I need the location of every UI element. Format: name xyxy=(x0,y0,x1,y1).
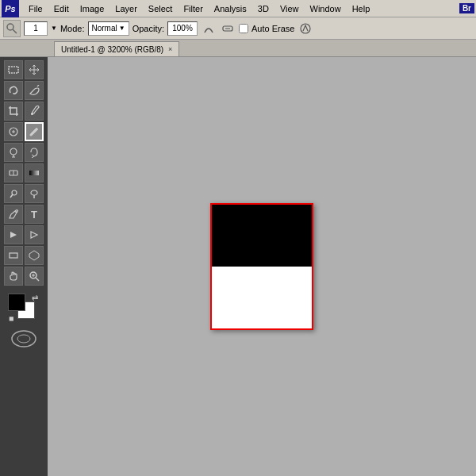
pen-tool[interactable] xyxy=(4,205,23,224)
opacity-input[interactable] xyxy=(167,21,198,36)
zoom-tool[interactable] xyxy=(25,267,44,286)
svg-line-24 xyxy=(36,278,39,281)
svg-point-27 xyxy=(12,331,36,347)
svg-line-6 xyxy=(37,85,39,86)
menu-filter[interactable]: Filter xyxy=(178,2,207,15)
menu-analysis[interactable]: Analysis xyxy=(209,2,251,15)
brush-size-input[interactable] xyxy=(24,21,48,36)
svg-line-18 xyxy=(10,194,13,198)
canvas-black-region xyxy=(212,205,312,267)
crop-tool[interactable] xyxy=(4,102,23,121)
auto-erase-checkbox[interactable] xyxy=(239,24,248,33)
brush-preset-icon xyxy=(6,23,17,34)
document-canvas xyxy=(210,203,313,330)
tool-row-7 xyxy=(4,184,44,203)
tool-row-10 xyxy=(4,246,44,265)
brush-size-dropdown[interactable]: ▼ xyxy=(51,25,57,32)
eraser-tool[interactable] xyxy=(4,163,23,182)
tool-row-6 xyxy=(4,163,44,182)
svg-rect-7 xyxy=(31,113,33,115)
path-selection-tool[interactable] xyxy=(4,225,23,244)
tablet-pressure-icon[interactable] xyxy=(298,21,313,36)
default-colors-icon[interactable]: ◼ xyxy=(9,315,14,322)
menu-bar: Ps File Edit Image Layer Select Filter A… xyxy=(0,0,476,17)
move-tool[interactable] xyxy=(25,60,44,79)
main-area: T xyxy=(0,57,476,476)
flow-icon[interactable] xyxy=(220,21,236,36)
tool-row-4 xyxy=(4,122,44,141)
hand-tool[interactable] xyxy=(4,267,23,286)
canvas-white-region xyxy=(212,267,312,328)
menu-image[interactable]: Image xyxy=(75,2,109,15)
tab-bar: Untitled-1 @ 3200% (RGB/8) × xyxy=(0,40,476,57)
quick-selection-tool[interactable] xyxy=(25,81,44,100)
canvas-area xyxy=(48,57,476,476)
menu-window[interactable]: Window xyxy=(305,2,346,15)
menu-help[interactable]: Help xyxy=(347,2,375,15)
svg-point-28 xyxy=(17,335,30,343)
svg-rect-16 xyxy=(29,171,39,175)
auto-erase-label: Auto Erase xyxy=(251,24,294,33)
text-tool[interactable]: T xyxy=(25,205,44,224)
direct-selection-tool[interactable] xyxy=(25,225,44,244)
svg-point-11 xyxy=(10,148,17,155)
br-badge: Br xyxy=(459,3,474,13)
gradient-tool[interactable] xyxy=(25,163,44,182)
menu-layer[interactable]: Layer xyxy=(110,2,142,15)
menu-view[interactable]: View xyxy=(275,2,304,15)
menu-file[interactable]: File xyxy=(24,2,48,15)
menu-select[interactable]: Select xyxy=(144,2,178,15)
3d-tool[interactable] xyxy=(25,246,44,265)
tool-row-11 xyxy=(4,267,44,286)
menu-3d[interactable]: 3D xyxy=(253,2,274,15)
tool-row-5 xyxy=(4,143,44,162)
svg-point-0 xyxy=(7,24,13,30)
text-tool-label: T xyxy=(31,209,37,221)
swap-colors-icon[interactable]: ⇄ xyxy=(32,294,38,302)
quick-mask-button[interactable] xyxy=(10,328,38,351)
tool-row-2 xyxy=(4,81,44,100)
shape-tool[interactable] xyxy=(4,246,23,265)
svg-line-1 xyxy=(13,29,17,33)
dodge-tool[interactable] xyxy=(4,184,23,203)
menu-edit[interactable]: Edit xyxy=(49,2,74,15)
options-bar: ▼ Mode: Normal ▼ Opacity: Auto Erase xyxy=(0,17,476,40)
history-brush-tool[interactable] xyxy=(25,143,44,162)
mode-chevron-icon: ▼ xyxy=(119,25,125,32)
foreground-color-swatch[interactable] xyxy=(8,294,25,311)
document-tab[interactable]: Untitled-1 @ 3200% (RGB/8) × xyxy=(54,41,179,56)
svg-rect-22 xyxy=(10,253,17,258)
tab-title: Untitled-1 @ 3200% (RGB/8) xyxy=(61,45,163,54)
color-swatches: ⇄ ◼ xyxy=(8,294,40,322)
ps-logo: Ps xyxy=(2,0,19,17)
tool-row-9 xyxy=(4,225,44,244)
svg-rect-5 xyxy=(9,67,18,73)
tab-close-button[interactable]: × xyxy=(168,45,172,53)
mode-value: Normal xyxy=(92,24,117,33)
tool-row-1 xyxy=(4,60,44,79)
brush-tool[interactable] xyxy=(25,122,44,141)
mode-label: Mode: xyxy=(60,24,85,33)
mode-dropdown[interactable]: Normal ▼ xyxy=(88,21,129,36)
lasso-tool[interactable] xyxy=(4,81,23,100)
tool-row-3 xyxy=(4,102,44,121)
toolbar: T xyxy=(0,57,48,476)
eyedropper-tool[interactable] xyxy=(25,102,44,121)
clone-stamp-tool[interactable] xyxy=(4,143,23,162)
tool-row-8: T xyxy=(4,205,44,224)
opacity-pressure-icon[interactable] xyxy=(201,21,217,36)
brush-preset-picker[interactable] xyxy=(3,20,21,37)
opacity-label: Opacity: xyxy=(132,24,164,33)
svg-point-19 xyxy=(31,190,37,195)
spot-healing-brush-tool[interactable] xyxy=(4,122,23,141)
sponge-tool[interactable] xyxy=(25,184,44,203)
svg-point-21 xyxy=(15,211,17,213)
marquee-tool[interactable] xyxy=(4,60,23,79)
